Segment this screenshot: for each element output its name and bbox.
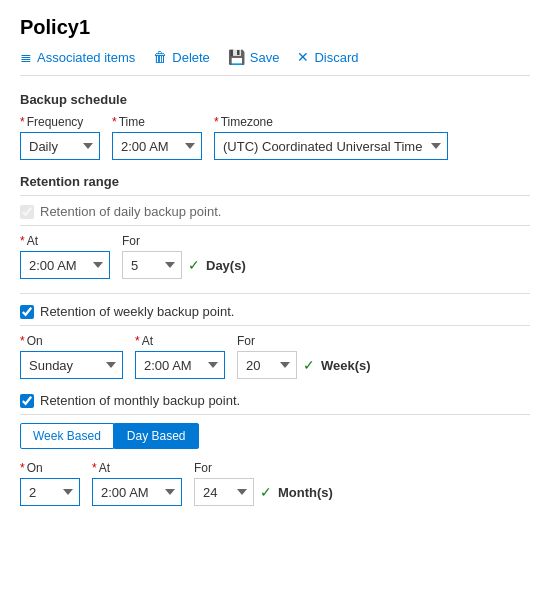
monthly-on-select[interactable]: 1 2 3 4 5 — [20, 478, 80, 506]
save-button[interactable]: 💾 Save — [228, 49, 280, 65]
daily-checkbox-row: Retention of daily backup point. — [20, 204, 530, 226]
daily-unit-label: Day(s) — [206, 258, 246, 273]
associated-items-icon: ≣ — [20, 49, 32, 65]
delete-label: Delete — [172, 50, 210, 65]
save-label: Save — [250, 50, 280, 65]
divider-1 — [20, 293, 530, 294]
retention-range-section: Retention range Retention of daily backu… — [20, 174, 530, 506]
day-based-button[interactable]: Day Based — [114, 423, 199, 449]
timezone-label: *Timezone — [214, 115, 448, 129]
weekly-for-field: For 10 15 20 25 ✓ Week(s) — [237, 334, 371, 379]
daily-at-label: *At — [20, 234, 110, 248]
monthly-checkbox-row: Retention of monthly backup point. — [20, 393, 530, 415]
retention-range-title: Retention range — [20, 174, 530, 196]
monthly-check-icon: ✓ — [260, 484, 272, 500]
monthly-for-select[interactable]: 12 18 24 36 — [194, 478, 254, 506]
weekly-unit-label: Week(s) — [321, 358, 371, 373]
monthly-on-field: *On 1 2 3 4 5 — [20, 461, 80, 506]
monthly-fields: *On 1 2 3 4 5 *At 12:00 AM 1:00 AM 2:00 … — [20, 461, 530, 506]
monthly-at-field: *At 12:00 AM 1:00 AM 2:00 AM 3:00 AM — [92, 461, 182, 506]
monthly-at-label: *At — [92, 461, 182, 475]
monthly-for-label: For — [194, 461, 333, 475]
frequency-field: *Frequency Daily Weekly Monthly — [20, 115, 100, 160]
backup-schedule-section: Backup schedule *Frequency Daily Weekly … — [20, 92, 530, 160]
daily-at-select[interactable]: 12:00 AM 1:00 AM 2:00 AM 3:00 AM — [20, 251, 110, 279]
monthly-for-field: For 12 18 24 36 ✓ Month(s) — [194, 461, 333, 506]
weekly-retention-block: Retention of weekly backup point. *On Su… — [20, 304, 530, 379]
daily-at-field: *At 12:00 AM 1:00 AM 2:00 AM 3:00 AM — [20, 234, 110, 279]
weekly-on-label: *On — [20, 334, 123, 348]
weekly-checkbox[interactable] — [20, 305, 34, 319]
weekly-at-select[interactable]: 12:00 AM 1:00 AM 2:00 AM 3:00 AM — [135, 351, 225, 379]
time-field: *Time 12:00 AM 1:00 AM 2:00 AM 3:00 AM — [112, 115, 202, 160]
monthly-checkbox-label: Retention of monthly backup point. — [40, 393, 240, 408]
associated-items-label: Associated items — [37, 50, 135, 65]
backup-schedule-fields: *Frequency Daily Weekly Monthly *Time 12… — [20, 115, 530, 160]
delete-button[interactable]: 🗑 Delete — [153, 49, 210, 65]
monthly-at-select[interactable]: 12:00 AM 1:00 AM 2:00 AM 3:00 AM — [92, 478, 182, 506]
delete-icon: 🗑 — [153, 49, 167, 65]
weekly-check-icon: ✓ — [303, 357, 315, 373]
timezone-select[interactable]: (UTC) Coordinated Universal Time (UTC+01… — [214, 132, 448, 160]
daily-retention-block: Retention of daily backup point. *At 12:… — [20, 204, 530, 279]
page-title: Policy1 — [20, 16, 530, 39]
weekly-checkbox-row: Retention of weekly backup point. — [20, 304, 530, 326]
weekly-on-select[interactable]: Sunday Monday Tuesday Wednesday Thursday… — [20, 351, 123, 379]
daily-for-label: For — [122, 234, 246, 248]
monthly-checkbox[interactable] — [20, 394, 34, 408]
weekly-for-select[interactable]: 10 15 20 25 — [237, 351, 297, 379]
monthly-unit-label: Month(s) — [278, 485, 333, 500]
daily-fields: *At 12:00 AM 1:00 AM 2:00 AM 3:00 AM For… — [20, 234, 530, 279]
weekly-for-label: For — [237, 334, 371, 348]
monthly-retention-block: Retention of monthly backup point. Week … — [20, 393, 530, 506]
weekly-fields: *On Sunday Monday Tuesday Wednesday Thur… — [20, 334, 530, 379]
frequency-label: *Frequency — [20, 115, 100, 129]
monthly-type-buttons: Week Based Day Based — [20, 423, 530, 449]
daily-check-icon: ✓ — [188, 257, 200, 273]
timezone-field: *Timezone (UTC) Coordinated Universal Ti… — [214, 115, 448, 160]
toolbar: ≣ Associated items 🗑 Delete 💾 Save ✕ Dis… — [20, 49, 530, 76]
time-label: *Time — [112, 115, 202, 129]
discard-button[interactable]: ✕ Discard — [297, 49, 358, 65]
time-select[interactable]: 12:00 AM 1:00 AM 2:00 AM 3:00 AM — [112, 132, 202, 160]
weekly-checkbox-label: Retention of weekly backup point. — [40, 304, 234, 319]
associated-items-button[interactable]: ≣ Associated items — [20, 49, 135, 65]
discard-icon: ✕ — [297, 49, 309, 65]
week-based-button[interactable]: Week Based — [20, 423, 114, 449]
weekly-at-field: *At 12:00 AM 1:00 AM 2:00 AM 3:00 AM — [135, 334, 225, 379]
monthly-on-label: *On — [20, 461, 80, 475]
discard-label: Discard — [314, 50, 358, 65]
daily-checkbox[interactable] — [20, 205, 34, 219]
save-icon: 💾 — [228, 49, 245, 65]
daily-for-field: For 5 7 10 14 ✓ Day(s) — [122, 234, 246, 279]
daily-for-select[interactable]: 5 7 10 14 — [122, 251, 182, 279]
daily-checkbox-label: Retention of daily backup point. — [40, 204, 221, 219]
frequency-select[interactable]: Daily Weekly Monthly — [20, 132, 100, 160]
weekly-on-field: *On Sunday Monday Tuesday Wednesday Thur… — [20, 334, 123, 379]
weekly-at-label: *At — [135, 334, 225, 348]
backup-schedule-title: Backup schedule — [20, 92, 530, 107]
